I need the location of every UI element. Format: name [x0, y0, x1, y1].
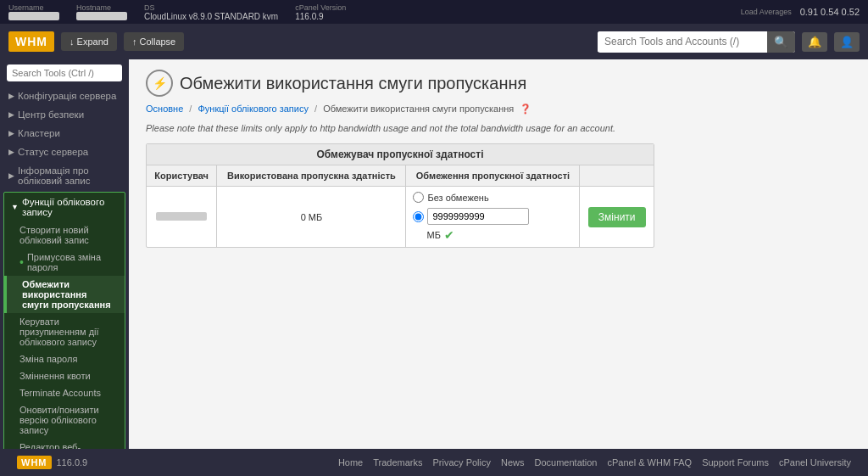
sidebar-subitem-upgrade-label: Оновити/понизити версію облікового запис… [19, 405, 99, 435]
hostname-field: Hostname [76, 3, 127, 21]
footer-link-privacy[interactable]: Privacy Policy [433, 457, 491, 468]
user-value-blurred [156, 212, 207, 221]
sidebar-item-account-info[interactable]: ▶ Інформація про обліковий запис [0, 161, 129, 190]
bell-icon-button[interactable]: 🔔 [802, 32, 827, 52]
sidebar-item-status-label: Статус сервера [18, 147, 88, 157]
sidebar-item-account-info-label: Інформація про обліковий запис [18, 165, 122, 186]
sidebar-item-status[interactable]: ▶ Статус сервера [0, 143, 129, 161]
username-field: Username [8, 3, 59, 21]
cpanel-field: cPanel Version 116.0.9 [295, 3, 346, 21]
username-label: Username [8, 3, 59, 12]
footer-link-university[interactable]: cPanel University [779, 457, 851, 468]
col-action-header [580, 165, 654, 187]
search-button[interactable]: 🔍 [767, 31, 795, 53]
footer-link-docs[interactable]: Documentation [535, 457, 598, 468]
footer-link-forums[interactable]: Support Forums [702, 457, 769, 468]
page-title: Обмежити використання смуги пропускання [180, 74, 526, 93]
collapse-button[interactable]: ↑ Collapse [124, 32, 184, 51]
page-header: ⚡ Обмежити використання смуги пропусканн… [146, 70, 851, 97]
sidebar-item-config-label: Конфігурація сервера [18, 91, 116, 101]
sidebar-subitem-suspend[interactable]: Керувати призупиненням дії облікового за… [4, 313, 125, 350]
sidebar-subitem-web-templates-label: Редактор веб-шаблонів [19, 442, 81, 449]
sidebar-subitem-force-password[interactable]: • Примусова зміна пароля [4, 249, 125, 276]
footer-version: 116.0.9 [57, 457, 88, 468]
notice-text: Please note that these limits only apply… [146, 123, 851, 133]
chevron-right-icon: ▶ [8, 110, 14, 119]
chevron-right-icon: ▶ [8, 92, 14, 100]
sidebar-search-container [0, 59, 129, 87]
sidebar-search-input[interactable] [7, 64, 122, 81]
breadcrumb-sep-2: / [314, 104, 317, 114]
sidebar-subitem-force-password-label: Примусова зміна пароля [27, 252, 116, 272]
sidebar-item-clusters[interactable]: ▶ Кластери [0, 124, 129, 143]
sidebar-item-config[interactable]: ▶ Конфігурація сервера [0, 87, 129, 105]
sidebar-subitem-change-password-label: Зміна пароля [19, 354, 77, 364]
sidebar-item-clusters-label: Кластери [18, 128, 60, 138]
mb-label: МБ [426, 230, 440, 240]
sidebar-subitem-upgrade[interactable]: Оновити/понизити версію облікового запис… [4, 401, 125, 439]
sidebar-item-account-functions[interactable]: ▼ Функції облікового запису [4, 193, 125, 221]
sidebar-item-security-label: Центр безпеки [18, 109, 84, 120]
sidebar-subitem-web-templates[interactable]: Редактор веб-шаблонів [4, 439, 125, 449]
main-layout: ▶ Конфігурація сервера ▶ Центр безпеки ▶… [0, 59, 868, 449]
sidebar-subitem-terminate[interactable]: Terminate Accounts [4, 384, 125, 401]
footer-whm-logo: WHM [17, 456, 52, 469]
ds-value: CloudLinux v8.9.0 STANDARD kvm [144, 12, 278, 21]
limited-radio[interactable] [413, 211, 424, 222]
bullet-icon: • [19, 255, 24, 269]
unlimited-radio[interactable] [413, 192, 424, 203]
sidebar: ▶ Конфігурація сервера ▶ Центр безпеки ▶… [0, 59, 129, 449]
help-icon[interactable]: ❓ [520, 104, 531, 114]
sidebar-item-security[interactable]: ▶ Центр безпеки [0, 105, 129, 124]
footer-logo: WHM 116.0.9 [17, 456, 87, 469]
table-title: Обмежувач пропускної здатності [147, 144, 654, 165]
breadcrumb-home-link[interactable]: Основне [146, 104, 183, 114]
cpanel-value: 116.0.9 [295, 12, 346, 21]
sidebar-subitem-create-account[interactable]: Створити новий обліковий запис [4, 221, 125, 249]
top-bar: Username Hostname DS CloudLinux v8.9.0 S… [0, 0, 868, 24]
user-icon-button[interactable]: 👤 [834, 32, 860, 52]
sidebar-account-functions-group: ▼ Функції облікового запису Створити нов… [3, 192, 125, 449]
table-row: 0 МБ Без обмежень [147, 187, 654, 248]
search-bar: 🔍 [598, 31, 795, 53]
footer-link-news[interactable]: News [501, 457, 525, 468]
sidebar-subitem-quota[interactable]: Зміннення квоти [4, 367, 125, 384]
footer-links: Home Trademarks Privacy Policy News Docu… [338, 457, 851, 468]
chevron-right-icon: ▶ [8, 129, 14, 137]
content-area: ⚡ Обмежити використання смуги пропусканн… [129, 59, 868, 449]
user-cell [147, 187, 217, 248]
breadcrumb-sep-1: / [189, 104, 192, 114]
footer-link-faq[interactable]: cPanel & WHM FAQ [608, 457, 693, 468]
page-icon: ⚡ [146, 70, 173, 97]
sidebar-subitem-bandwidth[interactable]: Обмежити використання смуги пропускання [4, 276, 125, 313]
hostname-label: Hostname [76, 3, 127, 12]
mb-input-row [413, 208, 529, 225]
limit-radio-group: Без обмежень МБ ✔ [413, 192, 572, 242]
check-icon: ✔ [444, 228, 454, 242]
sidebar-subitem-change-password[interactable]: Зміна пароля [4, 350, 125, 367]
footer-link-trademarks[interactable]: Trademarks [373, 457, 422, 468]
unlimited-radio-label[interactable]: Без обмежень [413, 192, 488, 203]
breadcrumb-account-link[interactable]: Функції облікового запису [198, 104, 309, 114]
chevron-right-icon: ▶ [8, 148, 14, 156]
cpanel-label: cPanel Version [295, 3, 346, 12]
ds-label: DS [144, 3, 278, 12]
bandwidth-table: Обмежувач пропускної здатності Користува… [146, 143, 654, 248]
whm-logo: WHM [8, 31, 54, 52]
footer-link-home[interactable]: Home [338, 457, 363, 468]
sidebar-subitem-terminate-label: Terminate Accounts [19, 388, 101, 398]
load-value: 0.91 0.54 0.52 [800, 7, 860, 17]
expand-button[interactable]: ↓ Expand [61, 32, 117, 51]
col-user-header: Користувач [147, 165, 217, 187]
header: WHM ↓ Expand ↑ Collapse 🔍 🔔 👤 [0, 24, 868, 59]
sidebar-subitem-create-account-label: Створити новий обліковий запис [19, 225, 89, 245]
bandwidth-input[interactable] [427, 208, 529, 225]
hostname-value [76, 12, 127, 20]
sidebar-item-account-functions-label: Функції облікового запису [22, 197, 118, 217]
search-input[interactable] [598, 31, 767, 52]
footer: WHM 116.0.9 Home Trademarks Privacy Poli… [0, 449, 868, 476]
load-label: Load Averages [741, 8, 792, 16]
col-used-header: Використована пропускна здатність [217, 165, 406, 187]
change-button[interactable]: Змінити [588, 207, 646, 227]
ds-field: DS CloudLinux v8.9.0 STANDARD kvm [144, 3, 278, 21]
